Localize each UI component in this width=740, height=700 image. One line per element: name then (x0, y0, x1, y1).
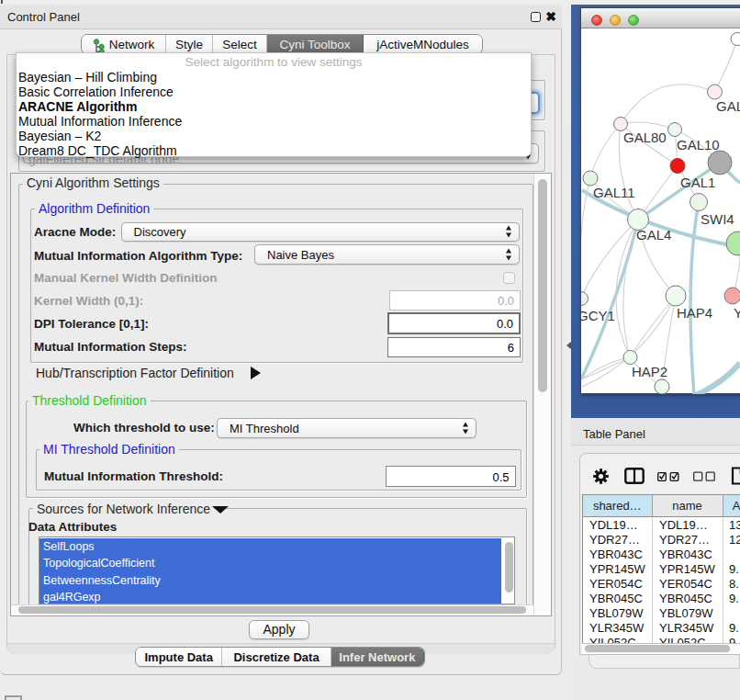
tab-discretize-data[interactable]: Discretize Data (222, 648, 331, 666)
tab-infer-network[interactable]: Infer Network (331, 648, 424, 666)
table-cell-value[interactable]: 9. (729, 592, 740, 606)
node-label: GAL11 (593, 185, 635, 200)
mi-algorithm-type-combo[interactable]: Naive Bayes (254, 244, 520, 265)
mi-steps-input[interactable]: 6 (387, 337, 521, 357)
minimize-traffic-light-icon[interactable] (610, 15, 621, 26)
popup-item[interactable]: Bayesian – K2 (18, 129, 101, 143)
table-cell-name[interactable]: YIL052C (659, 636, 720, 643)
table-cell-shared-name[interactable]: YER054C (589, 577, 650, 592)
list-item[interactable]: gal4RGexp (39, 589, 501, 604)
network-canvas[interactable]: GAL2 GAL80 GAL10 GAL1 GAL11 GAL4 SWI4 GC… (581, 28, 740, 394)
manual-kernel-width-checkbox[interactable] (503, 272, 515, 284)
network-node[interactable] (581, 292, 589, 306)
network-node[interactable] (708, 151, 732, 175)
table-cell-name[interactable]: YBR045C (659, 592, 720, 606)
combo-stepper-icon (506, 248, 512, 260)
network-node[interactable] (623, 351, 637, 365)
zoom-traffic-light-icon[interactable] (628, 15, 639, 26)
list-vscrollbar-thumb[interactable] (505, 542, 514, 593)
table-cell-value[interactable]: 9 (729, 636, 740, 643)
column-header-partial[interactable]: A (723, 495, 740, 517)
list-item[interactable]: BetweennessCentrality (39, 572, 501, 589)
network-node[interactable] (668, 123, 682, 137)
table-cell-name[interactable]: YPR145W (659, 562, 720, 577)
hub-definition-label: Hub/Transcription Factor Definition (36, 367, 234, 380)
table-cell-shared-name[interactable]: YLR345W (589, 621, 650, 636)
close-traffic-light-icon[interactable] (591, 15, 602, 26)
input-value: 6 (508, 340, 514, 354)
hscrollbar-thumb[interactable] (18, 606, 526, 614)
which-threshold-combo[interactable]: MI Threshold (217, 418, 477, 438)
mi-threshold-input[interactable]: 0.5 (386, 466, 516, 487)
network-node[interactable] (731, 33, 740, 46)
table-cell-value[interactable]: 9. (729, 621, 740, 636)
close-icon[interactable]: ✖ (544, 8, 557, 25)
split-columns-icon[interactable] (624, 468, 645, 484)
tab-network[interactable]: Network (82, 35, 166, 53)
input-value: 0.0 (497, 317, 513, 331)
table-cell-value[interactable] (729, 606, 740, 621)
tab-impute-data[interactable]: Impute Data (136, 648, 222, 666)
table-cell-name[interactable]: YDL19… (659, 518, 720, 533)
table-cell-shared-name[interactable]: YBR043C (589, 548, 650, 562)
checked-checkboxes-icon[interactable] (657, 471, 680, 481)
node-label: GAL1 (680, 175, 715, 190)
table-cell-value[interactable] (729, 548, 740, 562)
network-window-titlebar[interactable] (581, 8, 740, 28)
dpi-tolerance-input[interactable]: 0.0 (387, 312, 521, 334)
table-cell-value[interactable]: 13 (729, 518, 740, 533)
popup-item[interactable]: Mutual Information Inference (18, 114, 182, 129)
data-attributes-list[interactable]: SelfLoops TopologicalCoefficient Between… (39, 536, 515, 604)
popup-item-selected[interactable]: ARACNE Algorithm (18, 99, 137, 114)
aracne-mode-label: Aracne Mode: (34, 225, 116, 239)
tab-jactivemnodules[interactable]: jActiveMNodules (364, 35, 482, 53)
popup-item[interactable]: Bayesian – Hill Climbing (18, 70, 157, 85)
unchecked-checkboxes-icon[interactable] (693, 471, 716, 481)
split-divider-arrow-icon[interactable] (566, 342, 571, 349)
apply-button[interactable]: Apply (249, 620, 309, 639)
network-node[interactable] (670, 159, 685, 174)
column-separator (723, 518, 723, 643)
table-cell-value[interactable]: 9. (729, 562, 740, 577)
network-node[interactable] (666, 286, 686, 306)
table-cell-name[interactable]: YER054C (659, 577, 720, 592)
float-window-icon[interactable] (531, 12, 541, 22)
tab-cyni-toolbox[interactable]: Cyni Toolbox (267, 35, 364, 53)
table-cell-shared-name[interactable]: YDL19… (589, 518, 650, 533)
table-cell-name[interactable]: YDR27… (659, 533, 720, 548)
table-cell-value[interactable]: 12 (729, 533, 740, 548)
document-icon[interactable] (731, 467, 740, 485)
column-header-name[interactable]: name (653, 495, 723, 517)
list-item[interactable]: TopologicalCoefficient (39, 555, 501, 571)
table-hscrollbar-thumb[interactable] (585, 645, 730, 653)
table-cell-shared-name[interactable]: YBL079W (589, 606, 650, 621)
network-node[interactable] (655, 379, 669, 394)
algorithm-dropdown-popup: Select algorithm to view settings Bayesi… (16, 52, 532, 157)
table-cell-shared-name[interactable]: YPR145W (589, 562, 650, 577)
network-node[interactable] (690, 194, 708, 211)
table-cell-name[interactable]: YBR043C (659, 548, 720, 562)
tab-select[interactable]: Select (213, 35, 267, 53)
tab-style[interactable]: Style (166, 35, 213, 53)
column-header-shared-name[interactable]: shared… (583, 495, 653, 517)
network-node[interactable] (708, 85, 723, 99)
control-panel-titlebar[interactable] (0, 5, 562, 29)
popup-item[interactable]: Basic Correlation Inference (18, 85, 174, 99)
table-cell-shared-name[interactable]: YIL052C (589, 636, 650, 643)
vscrollbar-thumb[interactable] (538, 179, 547, 392)
popup-item[interactable]: Dream8 DC_TDC Algorithm (18, 143, 177, 158)
kernel-width-input[interactable]: 0.0 (389, 290, 521, 310)
network-node[interactable] (724, 288, 740, 304)
list-item[interactable]: SelfLoops (39, 538, 501, 555)
table-cell-shared-name[interactable]: YDR27… (589, 533, 650, 548)
gear-icon[interactable] (593, 469, 609, 484)
table-cell-value[interactable]: 8. (729, 577, 740, 592)
aracne-mode-combo[interactable]: Discovery (121, 222, 521, 243)
network-node[interactable] (726, 231, 740, 255)
table-cell-shared-name[interactable]: YBR045C (589, 592, 650, 606)
expand-arrow-icon[interactable] (251, 367, 261, 379)
network-node[interactable] (583, 171, 598, 186)
collapse-arrow-icon[interactable] (212, 506, 229, 514)
table-cell-name[interactable]: YBL079W (659, 606, 720, 621)
table-cell-name[interactable]: YLR345W (659, 621, 720, 636)
